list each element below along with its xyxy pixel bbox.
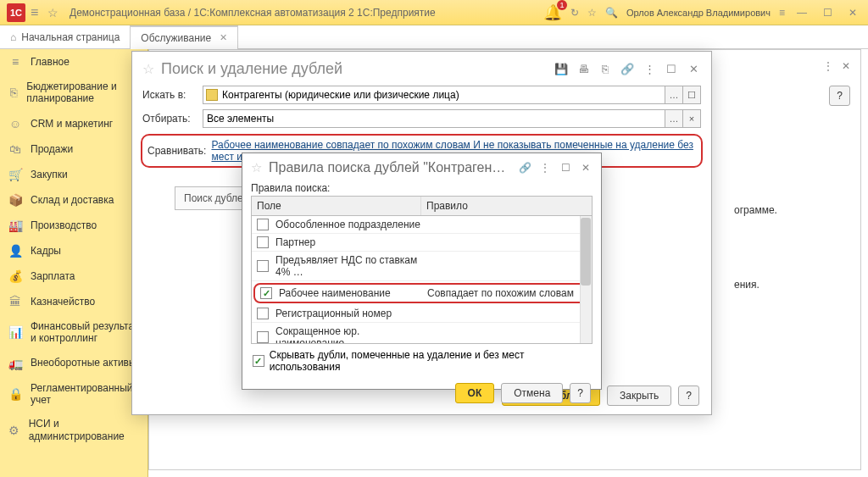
col-field[interactable]: Поле: [252, 197, 421, 215]
help-button[interactable]: ?: [678, 385, 699, 406]
restore-icon[interactable]: ☐: [664, 63, 679, 75]
close-window-button[interactable]: ✕: [844, 7, 861, 19]
rule-field: Предъявляет НДС по ставкам 4% …: [275, 254, 424, 278]
ok-button[interactable]: ОК: [455, 383, 495, 403]
rule-field: Партнер: [275, 236, 424, 248]
cancel-button[interactable]: Отмена: [501, 383, 563, 403]
rule-row-3[interactable]: Рабочее наименованиеСовпадает по похожим…: [253, 283, 590, 303]
star-icon[interactable]: ☆: [251, 160, 262, 175]
sidebar-item-11[interactable]: 🚛Внеоборотные активы: [0, 351, 147, 376]
rules-table: Поле Правило Обособленное подразделениеП…: [251, 196, 593, 344]
sidebar-item-1[interactable]: ⎘Бюджетирование и планирование: [0, 75, 147, 111]
type-icon: [206, 89, 218, 101]
close-button[interactable]: Закрыть: [607, 385, 671, 406]
rule-row-4[interactable]: Регистрационный номер: [252, 305, 592, 323]
sidebar-label: Регламентированный учет: [31, 382, 139, 407]
sidebar-label: Продажи: [31, 143, 73, 155]
tab-close-icon[interactable]: ✕: [220, 32, 227, 43]
sidebar-icon: 🛒: [8, 168, 22, 181]
rule-row-2[interactable]: Предъявляет НДС по ставкам 4% …: [252, 252, 592, 281]
hide-deleted-checkbox[interactable]: [253, 355, 264, 367]
rule-checkbox[interactable]: [257, 236, 269, 248]
minimize-button[interactable]: —: [793, 7, 810, 19]
tab-home[interactable]: ⌂ Начальная страница: [0, 25, 131, 49]
col-rule[interactable]: Правило: [421, 197, 592, 215]
app-logo: 1С: [7, 3, 25, 22]
sidebar-icon: 🏛: [8, 295, 22, 308]
filter-row: Отбирать: … ×: [132, 107, 711, 130]
window-title: Демонстрационная база / 1С:Комплексная а…: [70, 7, 543, 19]
save-icon[interactable]: 💾: [554, 63, 569, 75]
link-icon[interactable]: 🔗: [518, 162, 531, 174]
sidebar-item-10[interactable]: 📊Финансовый результат и контроллинг: [0, 314, 147, 351]
history-icon[interactable]: ↻: [570, 7, 579, 19]
tab-maintenance-label: Обслуживание: [141, 32, 211, 44]
star-icon[interactable]: ☆: [47, 6, 64, 19]
copy-icon[interactable]: ⎘: [598, 63, 613, 75]
bg-text-1: ограмме.: [734, 202, 868, 218]
filter-select-button[interactable]: …: [665, 109, 683, 128]
sidebar-item-9[interactable]: 🏛Казначейство: [0, 289, 147, 314]
sidebar-item-2[interactable]: ☺CRM и маркетинг: [0, 111, 147, 136]
rules-body: Обособленное подразделениеПартнерПредъяв…: [252, 216, 592, 343]
search-in-row: Искать в: … ☐: [132, 83, 711, 107]
rule-field: Рабочее наименование: [279, 287, 427, 299]
more-icon[interactable]: ⋮: [538, 162, 552, 174]
select-button[interactable]: …: [665, 86, 683, 104]
search-in-label: Искать в:: [142, 89, 198, 101]
filter-input[interactable]: [203, 109, 665, 128]
open-button[interactable]: ☐: [682, 86, 701, 104]
tab-home-label: Начальная страница: [21, 31, 120, 43]
user-name[interactable]: Орлов Александр Владимирович: [626, 8, 771, 18]
rule-checkbox[interactable]: [257, 219, 269, 230]
help-button[interactable]: ?: [570, 383, 591, 403]
panel-close-icon[interactable]: ✕: [842, 60, 850, 72]
rule-checkbox[interactable]: [257, 331, 269, 343]
close-icon[interactable]: ✕: [686, 63, 701, 75]
favorite-icon[interactable]: ☆: [587, 7, 597, 19]
sidebar-item-6[interactable]: 🏭Производство: [0, 213, 147, 238]
maximize-button[interactable]: ☐: [819, 7, 836, 19]
sidebar-icon: 🛍: [8, 142, 22, 156]
sidebar-item-3[interactable]: 🛍Продажи: [0, 136, 147, 162]
user-menu-icon[interactable]: ≡: [779, 7, 785, 19]
more-icon[interactable]: ⋮: [642, 63, 657, 75]
sidebar-label: Казначейство: [31, 296, 95, 308]
search-in-input[interactable]: [203, 86, 665, 104]
print-icon[interactable]: 🖶: [576, 63, 591, 75]
scroll-thumb[interactable]: [581, 218, 591, 286]
sidebar-item-7[interactable]: 👤Кадры: [0, 238, 147, 263]
close-icon[interactable]: ✕: [579, 162, 593, 174]
star-icon[interactable]: ☆: [142, 61, 154, 77]
sidebar-item-0[interactable]: ≡Главное: [0, 49, 147, 75]
restore-icon[interactable]: ☐: [559, 162, 572, 174]
sidebar-item-12[interactable]: 🔒Регламентированный учет: [0, 376, 147, 413]
rule-checkbox[interactable]: [257, 260, 269, 272]
sidebar-label: Закупки: [31, 169, 68, 180]
dlg1-header: ☆ Поиск и удаление дублей 💾 🖶 ⎘ 🔗 ⋮ ☐ ✕: [132, 52, 711, 83]
panel-help-button[interactable]: ?: [829, 86, 850, 106]
search-icon[interactable]: 🔍: [605, 7, 618, 19]
sidebar-icon: 📦: [8, 193, 22, 207]
sidebar-item-8[interactable]: 💰Зарплата: [0, 263, 147, 289]
sidebar-icon: ⚙: [8, 424, 20, 437]
tab-maintenance[interactable]: Обслуживание ✕: [131, 25, 238, 49]
notification-icon[interactable]: 🔔1: [543, 3, 562, 22]
rule-row-5[interactable]: Сокращенное юр. наименование: [252, 323, 592, 343]
filter-clear-button[interactable]: ×: [682, 109, 701, 128]
rule-checkbox[interactable]: [257, 308, 269, 319]
sidebar-icon: 👤: [8, 244, 22, 258]
panel-menu-icon[interactable]: ⋮: [823, 60, 833, 72]
sidebar-icon: ☺: [8, 117, 22, 130]
sidebar-icon: ≡: [8, 55, 22, 69]
rule-row-1[interactable]: Партнер: [252, 234, 592, 252]
hamburger-icon[interactable]: ≡: [31, 5, 47, 20]
sidebar-item-4[interactable]: 🛒Закупки: [0, 162, 147, 187]
scrollbar[interactable]: [580, 216, 592, 343]
sidebar-item-13[interactable]: ⚙НСИ и администрирование: [0, 412, 147, 448]
sidebar-item-5[interactable]: 📦Склад и доставка: [0, 187, 147, 213]
sidebar-icon: 🏭: [8, 219, 22, 232]
rule-row-0[interactable]: Обособленное подразделение: [252, 216, 592, 234]
rule-checkbox[interactable]: [260, 287, 272, 299]
link-icon[interactable]: 🔗: [620, 63, 635, 75]
